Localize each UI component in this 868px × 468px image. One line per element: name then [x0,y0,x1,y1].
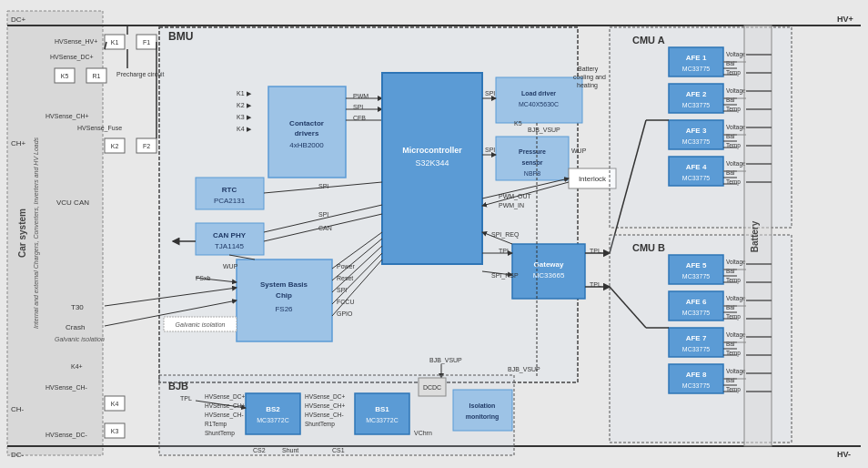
svg-rect-154 [453,390,512,431]
svg-text:AFE 4: AFE 4 [686,163,707,171]
svg-text:MC40X5630C: MC40X5630C [519,101,559,107]
svg-text:Microcontroller: Microcontroller [402,146,462,155]
svg-text:AFE 6: AFE 6 [686,298,707,306]
svg-text:AFE 7: AFE 7 [686,334,707,342]
svg-rect-131 [246,393,300,434]
svg-text:T30: T30 [71,303,84,311]
svg-rect-186 [669,157,723,186]
svg-text:Voltage: Voltage [726,259,746,266]
svg-text:K4+: K4+ [71,363,83,370]
svg-rect-199 [669,255,723,284]
svg-text:MC33775: MC33775 [682,346,710,352]
svg-rect-208 [669,291,723,320]
svg-text:F2: F2 [143,143,150,149]
svg-text:CH-: CH- [11,405,25,413]
svg-text:GPIO: GPIO [337,310,353,317]
svg-text:AFE 1: AFE 1 [686,54,707,62]
svg-text:Bal: Bal [726,60,735,66]
svg-text:Bal: Bal [726,133,735,139]
svg-text:Galvanic isolation: Galvanic isolation [176,321,226,328]
svg-text:PWM_IN: PWM_IN [499,202,524,209]
svg-text:R1: R1 [93,73,101,79]
svg-text:SPI: SPI [485,90,495,97]
svg-text:Load driver: Load driver [521,90,556,97]
svg-text:Gateway: Gateway [534,260,564,269]
svg-text:SPI: SPI [318,183,328,189]
svg-text:S32K344: S32K344 [415,158,449,168]
svg-text:K5: K5 [514,120,522,127]
svg-text:BJB_VSUP: BJB_VSUP [508,366,540,373]
svg-text:MC33775: MC33775 [682,382,710,389]
svg-text:Voltage: Voltage [726,51,746,58]
svg-text:BS2: BS2 [266,405,280,413]
svg-text:Bal: Bal [726,377,735,383]
svg-text:DC-: DC- [11,451,25,459]
svg-text:K2 ▶: K2 ▶ [237,102,252,108]
svg-text:HVSense_CH+: HVSense_CH+ [205,402,245,410]
svg-text:VChrn: VChrn [414,430,432,436]
svg-text:K4 ▶: K4 ▶ [237,126,252,132]
svg-rect-217 [669,328,723,357]
svg-text:CAN PHY: CAN PHY [213,231,247,239]
svg-text:AFE 8: AFE 8 [686,371,707,379]
svg-text:HVSense_DC+: HVSense_DC+ [205,393,245,401]
svg-text:Interlock: Interlock [579,175,607,183]
svg-text:Temp: Temp [726,69,741,76]
svg-text:Bal: Bal [726,97,735,103]
svg-text:SPI: SPI [485,147,495,153]
svg-text:heating: heating [577,82,598,89]
svg-text:MC33775: MC33775 [682,66,710,72]
svg-text:Voltage: Voltage [726,368,746,375]
svg-text:Temp: Temp [726,106,741,113]
svg-text:Shunt: Shunt [282,447,298,453]
svg-text:Car system: Car system [17,209,27,258]
svg-text:MC33775: MC33775 [682,273,710,280]
svg-text:WUP: WUP [223,263,238,270]
svg-text:MC33775: MC33775 [682,138,710,145]
hv-plus-label: HV+ [837,15,853,24]
svg-text:Temp: Temp [726,178,741,186]
svg-text:drivers: drivers [295,129,319,137]
svg-text:CMU B: CMU B [632,242,665,253]
svg-text:TJA1145: TJA1145 [215,242,245,250]
svg-text:AFE 5: AFE 5 [686,261,707,270]
svg-text:Voltage: Voltage [726,295,746,302]
svg-rect-91 [496,77,582,123]
svg-text:K1 ▶: K1 ▶ [237,90,252,97]
svg-text:Temp: Temp [726,277,741,284]
svg-text:cooling and: cooling and [573,74,606,81]
svg-text:K4: K4 [111,401,119,407]
svg-text:BJB_VSUP: BJB_VSUP [429,357,462,364]
svg-text:HVSense_DC-: HVSense_DC- [45,432,88,439]
svg-text:K2: K2 [111,143,119,149]
svg-text:HVSense_CH+: HVSense_CH+ [45,113,89,120]
svg-text:MC33775: MC33775 [682,102,710,108]
svg-text:BJB: BJB [168,381,188,392]
svg-text:F1: F1 [143,39,150,46]
svg-text:System Basis: System Basis [260,280,308,289]
svg-text:MC33665: MC33665 [533,271,565,280]
svg-text:DC+: DC+ [11,15,26,24]
svg-text:WUP: WUP [571,148,587,154]
svg-text:TPL: TPL [180,395,192,402]
svg-text:sensor: sensor [522,159,543,166]
svg-text:Voltage: Voltage [726,124,746,131]
svg-text:Internal and external Chargers: Internal and external Chargers, Converte… [33,137,40,329]
svg-text:Temp: Temp [726,350,741,357]
svg-text:NBP8: NBP8 [524,170,540,177]
svg-text:Crash: Crash [66,323,85,331]
svg-text:4xHB2000: 4xHB2000 [289,141,324,149]
svg-text:HVSense_DC+: HVSense_DC+ [50,54,94,61]
svg-text:Bal: Bal [726,304,735,310]
svg-text:Pressure: Pressure [519,148,546,155]
svg-text:HVSense_HV+: HVSense_HV+ [55,38,97,46]
svg-text:ShuntTemp: ShuntTemp [205,430,235,437]
svg-text:CAN: CAN [318,225,332,231]
svg-rect-159 [669,47,723,76]
svg-rect-226 [669,364,723,393]
svg-text:DCDC: DCDC [423,384,441,391]
svg-text:MC33772C: MC33772C [366,417,398,423]
svg-text:MC33775: MC33775 [682,175,710,181]
svg-text:Galvanic isolation: Galvanic isolation [55,336,105,342]
svg-text:CH+: CH+ [11,139,26,148]
